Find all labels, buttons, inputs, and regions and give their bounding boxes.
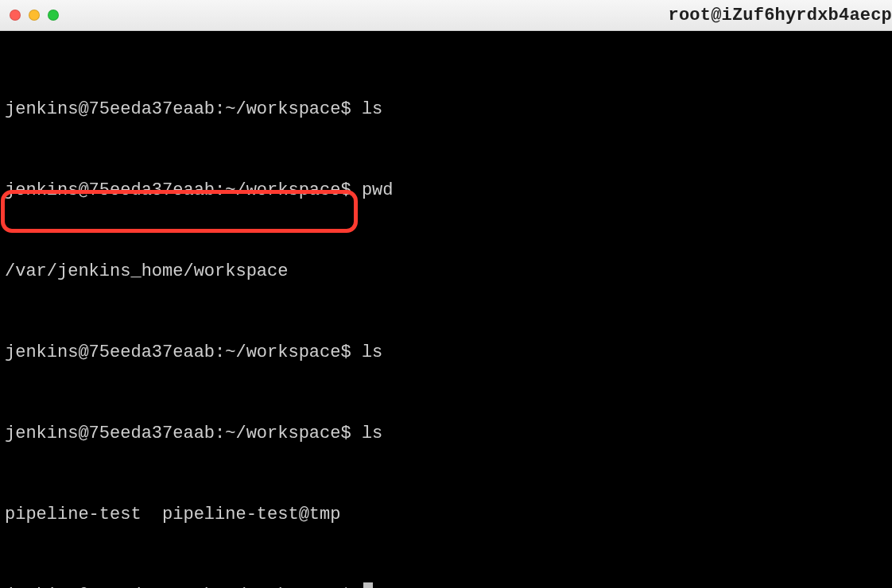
terminal-line: jenkins@75eeda37eaab:~/workspace$ ls — [5, 339, 887, 366]
prompt: jenkins@75eeda37eaab:~/workspace$ — [5, 180, 362, 200]
terminal-window: root@iZuf6hyrdxb4aecp jenkins@75eeda37ea… — [0, 0, 892, 588]
terminal-output: /var/jenkins_home/workspace — [5, 258, 887, 285]
titlebar: root@iZuf6hyrdxb4aecp — [0, 0, 892, 31]
maximize-icon[interactable] — [48, 10, 59, 21]
prompt: jenkins@75eeda37eaab:~/workspace$ — [5, 424, 362, 443]
prompt: jenkins@75eeda37eaab:~/workspace$ — [5, 342, 362, 362]
window-title: root@iZuf6hyrdxb4aecp — [669, 0, 892, 30]
terminal-area[interactable]: jenkins@75eeda37eaab:~/workspace$ ls jen… — [0, 31, 892, 588]
terminal-line: jenkins@75eeda37eaab:~/workspace$ — [5, 582, 887, 588]
command: pwd — [362, 180, 394, 200]
terminal-output: pipeline-test pipeline-test@tmp — [5, 501, 887, 528]
minimize-icon[interactable] — [29, 10, 40, 21]
close-icon[interactable] — [10, 10, 21, 21]
terminal-line: jenkins@75eeda37eaab:~/workspace$ pwd — [5, 177, 887, 204]
traffic-lights — [10, 10, 59, 21]
cursor-icon — [363, 582, 373, 588]
terminal-line: jenkins@75eeda37eaab:~/workspace$ ls — [5, 96, 887, 123]
terminal-line: jenkins@75eeda37eaab:~/workspace$ ls — [5, 420, 887, 447]
command: ls — [362, 424, 382, 443]
command: ls — [362, 342, 382, 362]
prompt: jenkins@75eeda37eaab:~/workspace$ — [5, 99, 362, 119]
command: ls — [362, 99, 382, 119]
